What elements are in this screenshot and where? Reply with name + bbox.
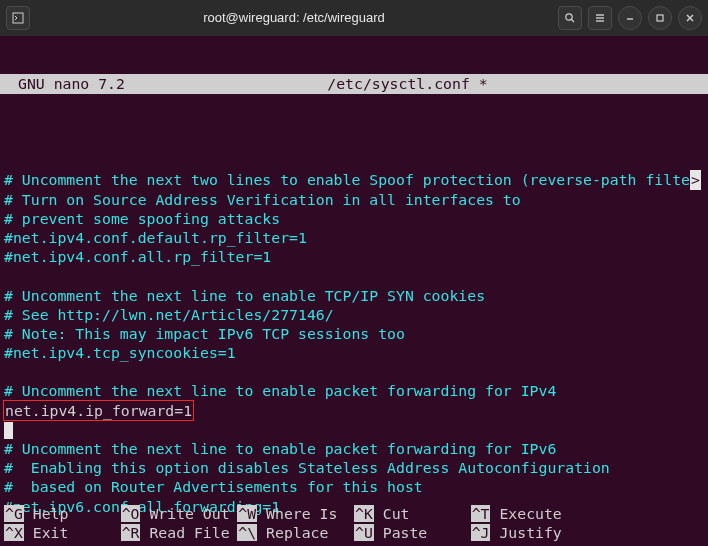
help-help[interactable]: ^G Help	[4, 504, 121, 523]
code-line: # Uncomment the next line to enable pack…	[4, 381, 708, 400]
help-justify[interactable]: ^J Justify	[471, 523, 588, 542]
window-titlebar: root@wireguard: /etc/wireguard	[0, 0, 708, 36]
nano-name: GNU nano 7.2	[0, 74, 125, 93]
close-button[interactable]	[678, 6, 702, 30]
help-whereis[interactable]: ^W Where Is	[237, 504, 354, 523]
nano-header: GNU nano 7.2 /etc/sysctl.conf *	[0, 74, 708, 93]
code-line: # prevent some spoofing attacks	[4, 209, 708, 228]
text-cursor	[4, 422, 13, 439]
search-button[interactable]	[558, 6, 582, 30]
highlighted-line: net.ipv4.ip_forward=1	[4, 401, 708, 420]
svg-point-1	[566, 14, 572, 20]
help-cut[interactable]: ^K Cut	[354, 504, 471, 523]
nano-file: /etc/sysctl.conf *	[125, 74, 690, 93]
help-readfile[interactable]: ^R Read File	[121, 523, 238, 542]
help-replace[interactable]: ^\ Replace	[237, 523, 354, 542]
minimize-icon	[625, 13, 635, 23]
terminal-icon	[12, 12, 24, 24]
help-writeout[interactable]: ^O Write Out	[121, 504, 238, 523]
cursor-line	[4, 420, 708, 439]
code-line: #net.ipv4.conf.all.rp_filter=1	[4, 247, 708, 266]
help-execute[interactable]: ^T Execute	[471, 504, 588, 523]
svg-rect-0	[13, 13, 23, 23]
code-line: # Turn on Source Address Verification in…	[4, 190, 708, 209]
hamburger-icon	[594, 12, 606, 24]
search-icon	[564, 12, 576, 24]
code-line: #net.ipv4.tcp_syncookies=1	[4, 343, 708, 362]
code-line: # Enabling this option disables Stateles…	[4, 458, 708, 477]
code-line: #net.ipv4.conf.default.rp_filter=1	[4, 228, 708, 247]
new-tab-button[interactable]	[6, 6, 30, 30]
maximize-icon	[655, 13, 665, 23]
code-line: # Uncomment the next line to enable pack…	[4, 439, 708, 458]
line-continuation-indicator: >	[690, 170, 701, 189]
svg-line-2	[572, 20, 575, 23]
code-line: # See http://lwn.net/Articles/277146/	[4, 305, 708, 324]
nano-help-bar: ^G Help ^O Write Out ^W Where Is ^K Cut …	[4, 504, 704, 542]
editor-content[interactable]: # Uncomment the next two lines to enable…	[0, 132, 708, 546]
help-paste[interactable]: ^U Paste	[354, 523, 471, 542]
window-title: root@wireguard: /etc/wireguard	[36, 8, 552, 27]
code-line: # based on Router Advertisements for thi…	[4, 477, 708, 496]
code-line: # Note: This may impact IPv6 TCP session…	[4, 324, 708, 343]
menu-button[interactable]	[588, 6, 612, 30]
help-exit[interactable]: ^X Exit	[4, 523, 121, 542]
svg-rect-7	[657, 15, 663, 21]
maximize-button[interactable]	[648, 6, 672, 30]
minimize-button[interactable]	[618, 6, 642, 30]
code-line: # Uncomment the next line to enable TCP/…	[4, 286, 708, 305]
code-line: # Uncomment the next two lines to enable…	[4, 170, 708, 189]
terminal-area[interactable]: GNU nano 7.2 /etc/sysctl.conf * # Uncomm…	[0, 36, 708, 546]
close-icon	[685, 13, 695, 23]
